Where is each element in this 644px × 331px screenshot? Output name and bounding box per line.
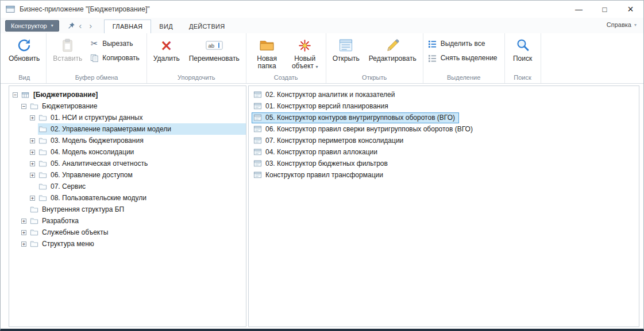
window-controls: — □ × [566, 1, 643, 18]
scissors-icon: ✂ [90, 39, 99, 48]
tree-item-label: [Бюджетирование] [33, 91, 98, 99]
object-icon [253, 102, 263, 111]
expand-plus-icon[interactable]: + [21, 242, 26, 247]
tree-item[interactable]: 07. Сервис [9, 181, 246, 192]
expand-plus-icon[interactable]: + [30, 138, 35, 143]
list-item[interactable]: 05. Конструктор контуров внутригрупповых… [252, 112, 639, 123]
paste-button[interactable]: Вставить [48, 34, 87, 64]
list-item-label: 01. Конструктор версий планирования [265, 102, 388, 110]
list-item[interactable]: 01. Конструктор версий планирования [252, 100, 639, 112]
maximize-button[interactable]: □ [592, 1, 618, 18]
app-menu-button[interactable]: Конструктор ▾ [5, 20, 59, 32]
tab-main[interactable]: ГЛАВНАЯ [104, 20, 152, 33]
back-button[interactable]: ‹ [75, 21, 86, 30]
collapse-minus-icon[interactable]: − [21, 104, 26, 109]
list-item[interactable]: 06. Конструктор правил сверки внутригруп… [252, 123, 639, 135]
collapse-minus-icon[interactable]: − [13, 92, 18, 98]
open-icon [338, 37, 353, 53]
search-icon [515, 37, 530, 53]
new-folder-button[interactable]: Новая папка [248, 34, 286, 71]
tab-view[interactable]: ВИД [151, 20, 181, 33]
expand-plus-icon[interactable]: + [30, 115, 35, 120]
pencil-icon [385, 37, 400, 53]
pin-ribbon-button[interactable] [67, 22, 75, 30]
group-label-open: Открыть [328, 73, 421, 83]
expand-plus-icon[interactable]: + [30, 161, 35, 166]
tree-item[interactable]: +Разработка [9, 215, 246, 227]
tree-item[interactable]: +04. Модель консолидации [9, 146, 246, 158]
ribbon-group-create: Новая папка Новый объект ▾ Создать [246, 33, 326, 83]
edit-button[interactable]: Редактировать [364, 34, 421, 64]
group-label-view: Вид [4, 73, 44, 83]
open-button[interactable]: Открыть [328, 34, 364, 64]
tree-item-label: 07. Сервис [51, 182, 86, 190]
ribbon-group-clipboard: Вставить ✂ Вырезать Копировать Буфер об [47, 33, 147, 83]
tree-item[interactable]: +05. Аналитическая отчетность [9, 158, 246, 169]
select-all-icon [428, 39, 437, 48]
expand-plus-icon[interactable]: + [21, 219, 26, 224]
folder-icon [30, 217, 39, 225]
group-label-selection: Выделение [425, 73, 503, 83]
tree-item[interactable]: Внутренняя структура БП [9, 204, 246, 215]
tree-item-label: 08. Пользовательские модули [51, 194, 146, 202]
clear-selection-icon [428, 53, 437, 63]
folder-icon [30, 102, 39, 111]
folder-icon [38, 159, 48, 168]
tree-item[interactable]: −[Бюджетирование] [9, 89, 246, 100]
tree-item[interactable]: +03. Модель бюджетирования [9, 135, 246, 146]
list-item-label: 02. Конструктор аналитик и показателей [265, 91, 395, 99]
folder-icon [38, 114, 48, 122]
ribbon-tab-bar: Конструктор ▾ ‹ › ГЛАВНАЯ ВИД ДЕЙСТВИЯ С… [1, 18, 643, 33]
rename-icon: ab [206, 37, 223, 53]
tab-actions[interactable]: ДЕЙСТВИЯ [181, 20, 233, 33]
expand-plus-icon[interactable]: + [30, 196, 35, 201]
expand-plus-icon[interactable]: + [30, 173, 35, 178]
tree-item-label: Бюджетирование [42, 102, 97, 110]
window-title: Бизнес-приложение "[Бюджетирование]" [20, 5, 150, 13]
group-label-create: Создать [248, 73, 324, 83]
tree-item[interactable]: +06. Управление доступом [9, 169, 246, 181]
minimize-button[interactable]: — [566, 1, 592, 18]
help-button[interactable]: Справка ▾ [607, 21, 637, 28]
tree-item[interactable]: 02. Управление параметрами модели [9, 123, 246, 135]
chevron-down-icon: ▾ [51, 23, 53, 28]
refresh-button[interactable]: Обновить [4, 34, 44, 64]
expand-plus-icon[interactable]: + [30, 150, 35, 155]
cut-button[interactable]: ✂ Вырезать [87, 37, 145, 50]
tree-item-label: Служебные объекты [42, 228, 108, 236]
tree-item-label: 02. Управление параметрами модели [51, 125, 171, 133]
list-item[interactable]: 04. Конструктор правил аллокации [252, 146, 639, 158]
tree-item-label: Разработка [42, 217, 79, 225]
tree-item[interactable]: +Служебные объекты [9, 227, 246, 238]
list-item[interactable]: 07. Конструктор периметров консолидации [252, 135, 639, 146]
search-button[interactable]: Поиск [507, 34, 539, 64]
tree-item[interactable]: −Бюджетирование [9, 100, 246, 112]
chevron-down-icon: ▾ [315, 64, 318, 69]
tree-item[interactable]: +08. Пользовательские модули [9, 192, 246, 204]
group-label-arrange: Упорядочить [149, 73, 244, 83]
list-item[interactable]: 03. Конструктор бюджетных фильтров [252, 158, 639, 169]
app-icon [6, 5, 15, 14]
expand-plus-icon[interactable]: + [21, 230, 26, 235]
tree-item[interactable]: +01. НСИ и структуры данных [9, 112, 246, 123]
tree-item-label: 01. НСИ и структуры данных [51, 114, 142, 122]
list-item[interactable]: Конструктор правил трансформации [252, 169, 639, 181]
select-all-button[interactable]: Выделить все [425, 37, 503, 50]
delete-button[interactable]: × Удалить [149, 34, 184, 64]
forward-button[interactable]: › [86, 21, 96, 30]
list-item[interactable]: 02. Конструктор аналитик и показателей [252, 89, 639, 100]
folder-icon [38, 148, 48, 157]
tree-item[interactable]: +Структура меню [9, 238, 246, 250]
copy-button[interactable]: Копировать [87, 52, 145, 64]
ribbon-spacer [541, 33, 643, 83]
clear-selection-button[interactable]: Снять выделение [425, 52, 503, 64]
close-button[interactable]: × [618, 1, 643, 18]
object-icon [253, 137, 263, 145]
folder-icon [38, 194, 48, 203]
list-item-label: 06. Конструктор правил сверки внутригруп… [265, 125, 473, 133]
new-object-button[interactable]: Новый объект ▾ [286, 34, 324, 72]
list-item-label: Конструктор правил трансформации [265, 171, 383, 179]
object-icon [253, 171, 263, 180]
rename-button[interactable]: ab Переименовать [184, 34, 244, 64]
tree-item-label: 06. Управление доступом [51, 171, 133, 179]
